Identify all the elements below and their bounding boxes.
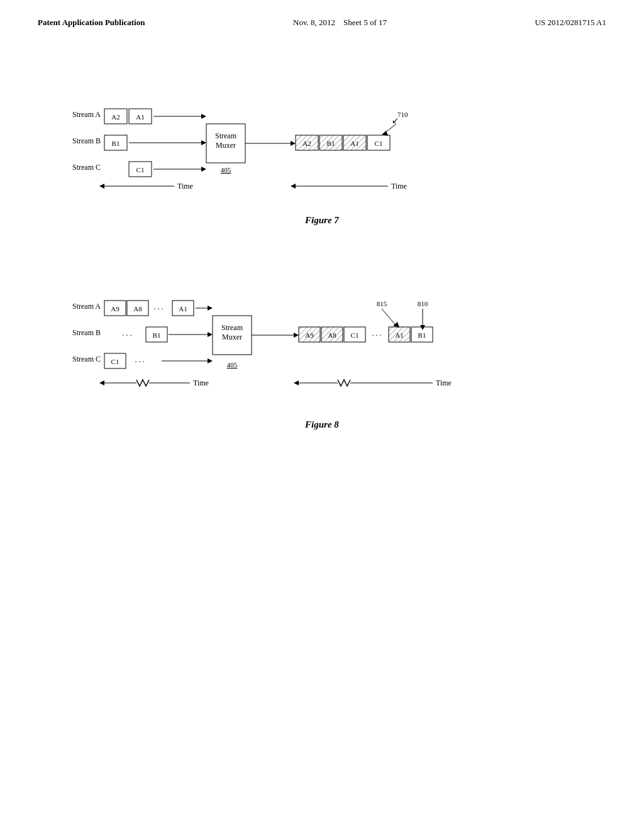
svg-text:Stream A: Stream A — [72, 302, 101, 311]
svg-text:A1: A1 — [350, 140, 358, 147]
svg-text:A1: A1 — [136, 113, 144, 121]
svg-text:B1: B1 — [418, 331, 426, 339]
svg-text:B1: B1 — [112, 140, 120, 147]
svg-marker-22 — [291, 141, 296, 146]
figure-8-diagram: Stream A Stream B Stream C A9 A8 · · · A… — [64, 276, 580, 402]
svg-text:405: 405 — [227, 361, 238, 368]
svg-text:Stream: Stream — [221, 323, 243, 332]
svg-marker-40 — [291, 184, 296, 189]
svg-line-83 — [382, 309, 396, 325]
svg-text:710: 710 — [397, 111, 408, 118]
svg-marker-37 — [99, 184, 104, 189]
svg-marker-94 — [294, 380, 299, 385]
svg-text:A8: A8 — [328, 331, 336, 339]
svg-text:A1: A1 — [179, 305, 187, 313]
svg-text:↙: ↙ — [392, 116, 399, 125]
svg-text:Time: Time — [391, 182, 407, 191]
svg-text:810: 810 — [418, 300, 428, 307]
svg-text:A8: A8 — [133, 305, 142, 313]
svg-text:Stream B: Stream B — [72, 136, 101, 145]
svg-marker-70 — [294, 333, 299, 338]
svg-text:C1: C1 — [351, 331, 359, 339]
svg-text:405: 405 — [221, 166, 231, 174]
svg-text:C1: C1 — [111, 358, 119, 365]
svg-text:Stream: Stream — [215, 131, 237, 140]
figure-7-diagram: Stream A Stream B Stream C A2 A1 B1 C1 S… — [64, 84, 580, 197]
svg-text:A2: A2 — [303, 140, 311, 147]
svg-marker-16 — [201, 167, 206, 172]
svg-text:C1: C1 — [136, 166, 145, 174]
svg-text:B1: B1 — [327, 140, 335, 147]
svg-text:· · ·: · · · — [154, 304, 164, 313]
figure-7-caption: Figure 7 — [305, 215, 339, 226]
svg-marker-62 — [208, 332, 213, 337]
svg-text:Stream C: Stream C — [72, 163, 101, 172]
svg-text:Time: Time — [436, 379, 452, 387]
svg-text:Time: Time — [193, 379, 209, 387]
svg-text:Muxer: Muxer — [222, 333, 242, 341]
page-header: Patent Application Publication Nov. 8, 2… — [0, 0, 644, 28]
svg-text:· · ·: · · · — [135, 357, 145, 366]
svg-marker-12 — [201, 114, 206, 119]
header-patent-number: US 2012/0281715 A1 — [535, 18, 606, 28]
svg-text:A2: A2 — [111, 113, 119, 121]
svg-text:· · ·: · · · — [372, 331, 382, 340]
figure-7-section: Stream A Stream B Stream C A2 A1 B1 C1 S… — [0, 84, 644, 226]
svg-text:Stream A: Stream A — [72, 110, 101, 119]
header-publication-type: Patent Application Publication — [38, 18, 145, 28]
header-sheet: Sheet 5 of 17 — [343, 18, 387, 27]
figure-8-section: Stream A Stream B Stream C A9 A8 · · · A… — [0, 276, 644, 430]
svg-text:Stream B: Stream B — [72, 328, 101, 337]
svg-marker-14 — [201, 140, 206, 145]
figure-8-caption: Figure 8 — [305, 419, 339, 430]
svg-marker-90 — [99, 380, 104, 385]
svg-text:A9: A9 — [111, 305, 119, 313]
svg-text:Stream C: Stream C — [72, 355, 101, 363]
svg-text:A1: A1 — [395, 331, 403, 339]
svg-text:B1: B1 — [153, 331, 161, 339]
svg-text:Time: Time — [177, 182, 193, 191]
header-date: Nov. 8, 2012 — [293, 18, 335, 27]
svg-marker-64 — [208, 358, 213, 363]
svg-text:Muxer: Muxer — [216, 141, 236, 150]
svg-text:· · ·: · · · — [123, 331, 132, 340]
svg-text:C1: C1 — [375, 140, 383, 147]
svg-text:A9: A9 — [305, 331, 314, 339]
header-date-sheet: Nov. 8, 2012 Sheet 5 of 17 — [293, 18, 387, 28]
svg-marker-60 — [208, 306, 213, 311]
svg-text:815: 815 — [377, 300, 387, 307]
